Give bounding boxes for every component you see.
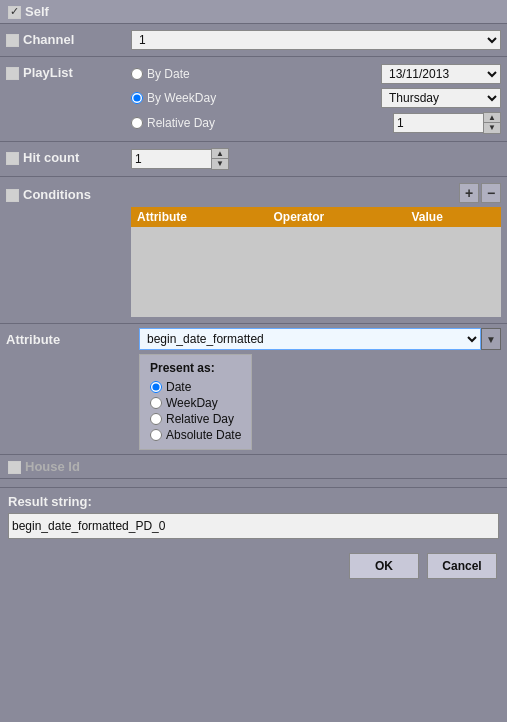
playlist-section: PlayList By Date 13/11/2013 By WeekDay M… <box>0 57 507 142</box>
conditions-checkbox[interactable] <box>6 189 19 202</box>
attribute-select-row: begin_date_formatted end_date_formatted … <box>139 328 501 350</box>
hitcount-label-text: Hit count <box>23 150 79 165</box>
playlist-relday-buttons: ▲ ▼ <box>483 112 501 134</box>
playlist-relday-row: Relative Day ▲ ▼ <box>131 111 501 135</box>
playlist-relday-label: Relative Day <box>147 116 215 130</box>
hitcount-spinbox: ▲ ▼ <box>131 148 501 170</box>
present-weekday-radio[interactable] <box>150 397 162 409</box>
houseid-checkbox[interactable] <box>8 461 21 474</box>
conditions-col-value: Value <box>406 207 501 227</box>
conditions-empty-row <box>131 227 501 317</box>
conditions-label-text: Conditions <box>23 187 91 202</box>
present-weekday-row: WeekDay <box>150 395 241 411</box>
attribute-dropdown-btn[interactable]: ▼ <box>481 328 501 350</box>
conditions-label-row: Conditions <box>6 181 131 202</box>
self-section: Self <box>0 0 507 24</box>
conditions-section: Conditions + − Attribute Operator Value <box>0 177 507 324</box>
channel-checkbox[interactable] <box>6 34 19 47</box>
present-absdate-radio[interactable] <box>150 429 162 441</box>
hitcount-up[interactable]: ▲ <box>212 149 228 159</box>
hitcount-content: ▲ ▼ <box>131 146 501 172</box>
present-absdate-label: Absolute Date <box>166 428 241 442</box>
conditions-remove-btn[interactable]: − <box>481 183 501 203</box>
spacer <box>0 479 507 483</box>
attribute-content: begin_date_formatted end_date_formatted … <box>139 328 501 450</box>
dialog: Self Channel 1 2 3 PlayList <box>0 0 507 722</box>
hitcount-section: Hit count ▲ ▼ <box>0 142 507 177</box>
attribute-section: Attribute begin_date_formatted end_date_… <box>0 324 507 455</box>
playlist-date-select[interactable]: 13/11/2013 <box>381 64 501 84</box>
present-as-title: Present as: <box>150 361 241 375</box>
cancel-button[interactable]: Cancel <box>427 553 497 579</box>
present-relday-label: Relative Day <box>166 412 234 426</box>
conditions-add-btn[interactable]: + <box>459 183 479 203</box>
playlist-relday-radio[interactable] <box>131 117 143 129</box>
playlist-bydate-radio[interactable] <box>131 68 143 80</box>
houseid-section: House Id <box>0 455 507 479</box>
playlist-relday-spinbox: ▲ ▼ <box>393 112 501 134</box>
present-relday-row: Relative Day <box>150 411 241 427</box>
button-row: OK Cancel <box>0 545 507 587</box>
present-date-row: Date <box>150 379 241 395</box>
channel-content: 1 2 3 <box>131 28 501 52</box>
playlist-bydate-label: By Date <box>147 67 190 81</box>
attribute-select[interactable]: begin_date_formatted end_date_formatted … <box>139 328 481 350</box>
attribute-label: Attribute <box>6 328 131 347</box>
conditions-toolbar: + − <box>131 183 501 203</box>
hitcount-label-row: Hit count <box>6 146 131 165</box>
hitcount-down[interactable]: ▼ <box>212 159 228 169</box>
playlist-byweekday-row: By WeekDay Monday Tuesday Wednesday Thur… <box>131 87 501 109</box>
present-date-radio[interactable] <box>150 381 162 393</box>
playlist-weekday-select[interactable]: Monday Tuesday Wednesday Thursday Friday… <box>381 88 501 108</box>
conditions-col-operator: Operator <box>268 207 406 227</box>
playlist-relday-down[interactable]: ▼ <box>484 123 500 133</box>
conditions-table: Attribute Operator Value <box>131 207 501 317</box>
self-label-text: Self <box>25 4 49 19</box>
playlist-content: By Date 13/11/2013 By WeekDay Monday Tue… <box>131 61 501 137</box>
channel-row: 1 2 3 <box>131 30 501 50</box>
hitcount-checkbox[interactable] <box>6 152 19 165</box>
self-label-row: Self <box>8 4 499 19</box>
channel-label-text: Channel <box>23 32 74 47</box>
hitcount-buttons: ▲ ▼ <box>211 148 229 170</box>
present-as-box: Present as: Date WeekDay Relative Day <box>139 354 252 450</box>
playlist-byweekday-radio[interactable] <box>131 92 143 104</box>
result-section: Result string: <box>0 487 507 545</box>
present-date-label: Date <box>166 380 191 394</box>
present-absdate-row: Absolute Date <box>150 427 241 443</box>
channel-select[interactable]: 1 2 3 <box>131 30 501 50</box>
playlist-relday-up[interactable]: ▲ <box>484 113 500 123</box>
conditions-col-attribute: Attribute <box>131 207 268 227</box>
playlist-bydate-row: By Date 13/11/2013 <box>131 63 501 85</box>
attribute-row: Attribute begin_date_formatted end_date_… <box>6 328 501 450</box>
result-title: Result string: <box>8 494 499 509</box>
playlist-relday-input[interactable] <box>393 113 483 133</box>
channel-section: Channel 1 2 3 <box>0 24 507 57</box>
ok-button[interactable]: OK <box>349 553 419 579</box>
playlist-byweekday-label: By WeekDay <box>147 91 216 105</box>
hitcount-input[interactable] <box>131 149 211 169</box>
playlist-label-text: PlayList <box>23 65 73 80</box>
result-input[interactable] <box>8 513 499 539</box>
playlist-checkbox[interactable] <box>6 67 19 80</box>
present-weekday-label: WeekDay <box>166 396 218 410</box>
present-relday-radio[interactable] <box>150 413 162 425</box>
channel-label-row: Channel <box>6 28 131 47</box>
houseid-label: House Id <box>25 459 80 474</box>
playlist-label-row: PlayList <box>6 61 131 80</box>
self-checkbox[interactable] <box>8 6 21 19</box>
conditions-content: + − Attribute Operator Value <box>131 181 501 319</box>
conditions-tbody <box>131 227 501 317</box>
